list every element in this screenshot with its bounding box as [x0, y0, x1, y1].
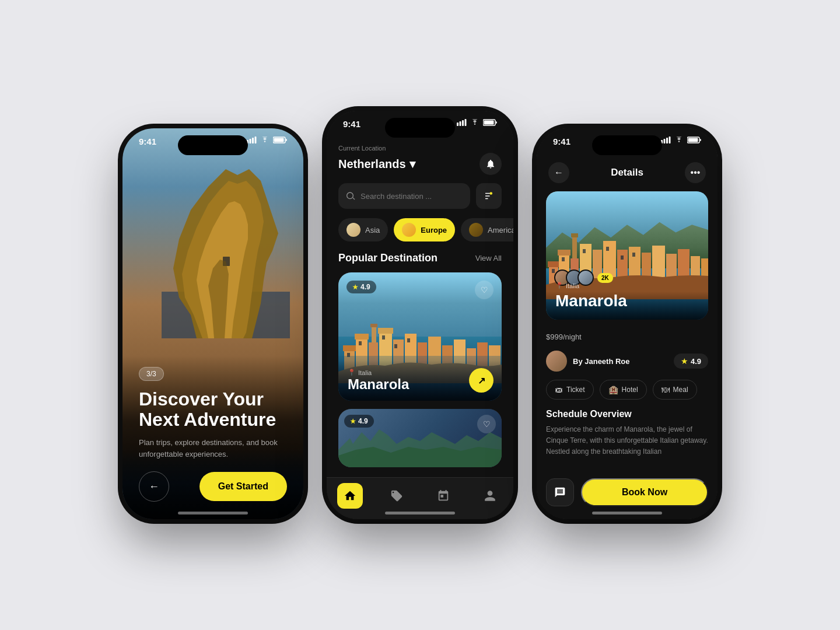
svg-rect-11: [465, 119, 467, 126]
svg-rect-46: [688, 138, 698, 142]
time-2: 9:41: [343, 119, 360, 129]
buildings-2: [338, 421, 502, 467]
schedule-title: Schedule Overview: [546, 409, 708, 419]
hero-location: 📍 Italia: [555, 282, 699, 289]
nav-profile[interactable]: [477, 483, 503, 509]
view-all-link[interactable]: View All: [475, 254, 502, 262]
destination-rating-2: ★ 4.9: [344, 415, 374, 428]
nav-calendar[interactable]: [430, 483, 456, 509]
category-row: Asia Europe America A: [327, 218, 513, 252]
svg-rect-35: [359, 341, 362, 345]
notification-button[interactable]: [480, 153, 502, 175]
hotel-label: Hotel: [622, 386, 638, 394]
filter-icon: [484, 191, 494, 201]
signal-icon: [247, 136, 257, 145]
svg-rect-70: [571, 233, 578, 237]
book-now-button[interactable]: Book Now: [581, 478, 708, 506]
hero-location-text: Italia: [566, 282, 579, 289]
asia-avatar: [346, 223, 360, 237]
nav-explore[interactable]: [384, 483, 410, 509]
svg-rect-64: [562, 257, 565, 261]
category-america[interactable]: America: [461, 218, 513, 242]
svg-rect-5: [274, 138, 284, 142]
home-indicator-1: [178, 512, 248, 514]
battery-icon-2: [483, 119, 497, 126]
chat-button[interactable]: [546, 478, 574, 506]
amenity-meal[interactable]: 🍽 Meal: [653, 380, 697, 400]
home-header: Current Location Netherlands ▾: [327, 145, 513, 183]
splash-subtitle: Plan trips, explore destinations, and bo…: [139, 437, 287, 460]
time-1: 9:41: [139, 136, 156, 146]
tag-icon: [390, 489, 403, 502]
person-icon: [484, 489, 496, 502]
wifi-icon-3: [674, 136, 684, 144]
location-text: Netherlands: [338, 158, 406, 171]
rating-star-icon: ★: [681, 356, 688, 366]
details-screen: ← Details •••: [537, 128, 718, 519]
category-asia[interactable]: Asia: [338, 218, 388, 242]
pin-icon-details: 📍: [555, 282, 564, 289]
destination-card-1[interactable]: ★ 4.9 ♡ 📍 Italia Manarola ↗: [338, 272, 502, 401]
splash-title: Discover Your Next Adventure: [139, 389, 287, 430]
category-europe[interactable]: Europe: [394, 218, 455, 242]
home-indicator-3: [592, 512, 662, 514]
more-options-button[interactable]: •••: [685, 162, 706, 183]
reviewer-avatar: [546, 351, 567, 372]
schedule-text: Experience the charm of Manarola, the je…: [546, 424, 708, 458]
signal-icon-2: [457, 119, 467, 126]
details-hero-image: 2K 📍 Italia Manarola: [546, 191, 708, 320]
location-row: Netherlands ▾: [338, 153, 502, 175]
price-unit: /night: [563, 332, 582, 341]
svg-rect-24: [378, 328, 393, 334]
amenity-row: 🎟 Ticket 🏨 Hotel 🍽 Meal: [537, 380, 718, 409]
search-placeholder: Search destination ...: [360, 192, 432, 201]
asia-label: Asia: [365, 226, 380, 235]
amenity-ticket[interactable]: 🎟 Ticket: [546, 380, 594, 400]
details-back-icon: ←: [554, 167, 564, 178]
battery-icon-3: [687, 136, 701, 144]
signal-icon-3: [661, 136, 671, 144]
location-label: Current Location: [338, 145, 502, 152]
meal-label: Meal: [673, 386, 688, 394]
price-number: $999: [546, 332, 563, 341]
svg-rect-50: [558, 250, 570, 256]
bell-icon: [485, 159, 496, 169]
search-box[interactable]: Search destination ...: [338, 183, 470, 209]
heart-icon-2: ♡: [483, 419, 491, 429]
svg-rect-38: [407, 338, 410, 342]
dropdown-arrow-icon: ▾: [410, 157, 415, 171]
rock-cliff-image: [162, 152, 290, 338]
svg-rect-21: [355, 334, 369, 340]
home-icon: [344, 489, 356, 502]
meal-icon: 🍽: [662, 385, 670, 394]
destination-card-2[interactable]: ★ 4.9 ♡: [338, 409, 502, 467]
svg-rect-10: [462, 120, 464, 126]
ticket-icon: 🎟: [555, 385, 563, 394]
svg-rect-67: [621, 256, 624, 260]
amenity-hotel[interactable]: 🏨 Hotel: [600, 380, 647, 400]
nav-home[interactable]: [337, 483, 363, 509]
destination-arrow-button-1[interactable]: ↗: [469, 368, 494, 393]
price-value: $999/night: [546, 329, 582, 342]
filter-button[interactable]: [476, 183, 502, 209]
back-button[interactable]: ←: [139, 471, 169, 502]
rating-value-2: 4.9: [358, 417, 368, 425]
favorite-button-1[interactable]: ♡: [475, 281, 494, 299]
calendar-icon: [437, 489, 450, 502]
star-icon-1: ★: [352, 284, 358, 291]
get-started-button[interactable]: Get Started: [200, 472, 287, 501]
rating-value-1: 4.9: [360, 283, 370, 291]
phone-browse: 9:41 Current Location Netherlands ▾: [327, 111, 513, 519]
svg-rect-65: [583, 249, 586, 253]
svg-rect-1: [250, 139, 251, 144]
america-avatar: [469, 223, 483, 237]
reviewer-info: By Janeeth Roe: [546, 351, 630, 372]
favorite-button-2[interactable]: ♡: [477, 415, 496, 433]
location-name[interactable]: Netherlands ▾: [338, 157, 415, 171]
heart-icon-1: ♡: [481, 285, 488, 295]
svg-rect-8: [457, 123, 459, 126]
dynamic-island-3: [592, 135, 662, 155]
hero-overlay: 📍 Italia Manarola: [546, 272, 708, 320]
svg-rect-68: [632, 253, 635, 257]
details-back-button[interactable]: ←: [548, 162, 569, 183]
